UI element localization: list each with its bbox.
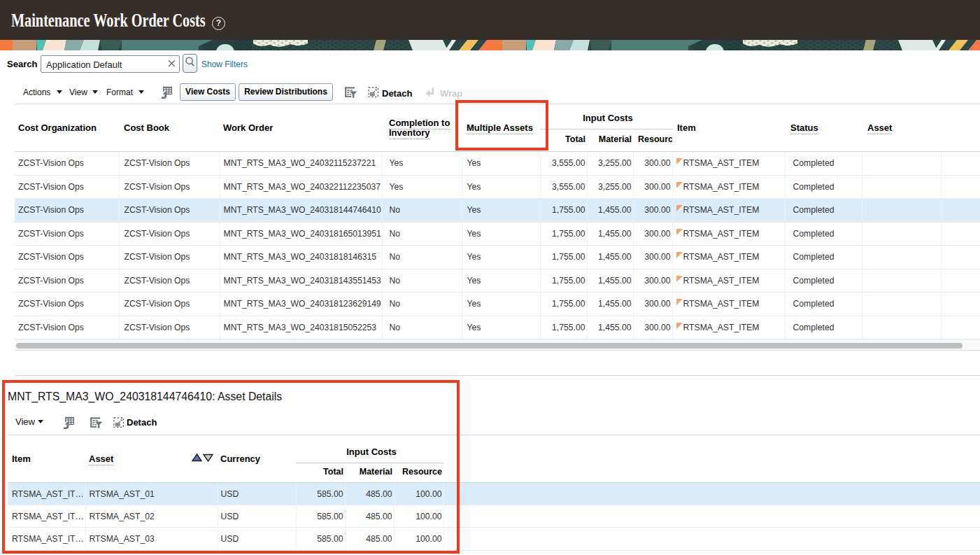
col-header-completion-to-inventory[interactable]: Completion to Inventory (382, 104, 462, 152)
detach-label[interactable]: Detach (382, 88, 412, 99)
asset-detail-row[interactable]: RTSMA_AST_ITEMRTSMA_AST_02USD585.00485.0… (8, 505, 980, 528)
cell-status: Completed (785, 199, 862, 223)
work-order-row[interactable]: ZCST-Vision OpsZCST-Vision OpsMNT_RTS_MA… (15, 269, 980, 293)
col-header-cost-book[interactable]: Cost Book (119, 104, 220, 152)
cell-cost_organization: ZCST-Vision Ops (15, 316, 119, 339)
cell-total: 585.00 (296, 483, 345, 505)
cell-completion_to_inventory: No (382, 293, 462, 316)
section-splitter (15, 375, 980, 376)
cell-currency: USD (218, 483, 296, 505)
cell-completion_to_inventory: No (382, 316, 462, 339)
cell-filler (941, 175, 980, 199)
view-costs-button[interactable]: View Costs (180, 83, 236, 101)
cell-cost_book: ZCST-Vision Ops (119, 269, 220, 293)
detail-col-header-asset[interactable]: Asset (85, 435, 218, 483)
show-filters-link[interactable]: Show Filters (201, 59, 248, 69)
detail-col-header-currency[interactable]: Currency (218, 435, 296, 483)
detail-detach-label[interactable]: Detach (127, 417, 157, 428)
help-icon[interactable]: ? (212, 17, 225, 30)
col-group-input-costs: Input Costs (540, 104, 672, 129)
cell-multiple_assets: Yes (462, 246, 540, 269)
cell-total: 1,755.00 (540, 199, 587, 223)
sort-ascending-icon[interactable] (192, 454, 201, 461)
format-menu[interactable]: Format (106, 87, 133, 97)
col-header-total[interactable]: Total (540, 129, 587, 152)
work-order-row[interactable]: ZCST-Vision OpsZCST-Vision OpsMNT_RTS_MA… (15, 175, 980, 199)
work-order-row[interactable]: ZCST-Vision OpsZCST-Vision OpsMNT_RTS_MA… (15, 222, 980, 246)
cell-asset: RTSMA_AST_02 (85, 505, 218, 528)
cell-multiple_assets: Yes (462, 269, 540, 293)
horizontal-scrollbar[interactable] (15, 339, 980, 351)
cell-status: Completed (785, 246, 862, 269)
col-header-resource[interactable]: Resource (633, 129, 672, 152)
cell-completion_to_inventory: Yes (382, 175, 462, 199)
detail-col-group-input-costs: Input Costs (296, 435, 443, 463)
work-order-row[interactable]: ZCST-Vision OpsZCST-Vision OpsMNT_RTS_MA… (15, 199, 980, 223)
cell-material: 485.00 (345, 505, 394, 528)
cell-resource: 100.00 (394, 505, 443, 528)
cell-asset: RTSMA_AST_01 (85, 483, 218, 505)
item-flag-icon (676, 276, 683, 282)
detach-icon[interactable] (368, 87, 379, 98)
clear-search-icon[interactable] (166, 58, 177, 69)
detail-detach-icon[interactable] (113, 417, 125, 428)
detail-col-header-total[interactable]: Total (296, 463, 345, 483)
cell-currency: USD (218, 528, 296, 551)
col-header-material[interactable]: Material (587, 129, 633, 152)
cell-item: RTSMA_AST_ITEM (672, 246, 785, 269)
cell-status: Completed (785, 293, 862, 316)
detail-col-header-item[interactable]: Item (8, 435, 85, 483)
col-header-multiple-assets[interactable]: Multiple Assets (462, 104, 540, 152)
col-header-cost-organization[interactable]: Cost Organization (15, 104, 119, 152)
cell-filler (941, 222, 980, 246)
cell-currency: USD (218, 505, 296, 528)
cell-completion_to_inventory: No (382, 199, 462, 223)
col-header-filler (941, 104, 980, 152)
cell-completion_to_inventory: No (382, 269, 462, 293)
detail-view-menu[interactable]: View (15, 416, 35, 427)
cell-total: 585.00 (296, 505, 345, 528)
work-order-row[interactable]: ZCST-Vision OpsZCST-Vision OpsMNT_RTS_MA… (15, 152, 980, 176)
actions-menu[interactable]: Actions (23, 87, 50, 97)
cell-material: 1,455.00 (587, 222, 633, 246)
work-order-row[interactable]: ZCST-Vision OpsZCST-Vision OpsMNT_RTS_MA… (15, 316, 980, 339)
col-header-work-order[interactable]: Work Order (220, 104, 382, 152)
wrap-icon (425, 87, 435, 97)
review-distributions-button[interactable]: Review Distributions (239, 83, 333, 101)
col-header-status[interactable]: Status (785, 104, 862, 152)
asset-detail-row[interactable]: RTSMA_AST_ITEMRTSMA_AST_03USD585.00485.0… (8, 528, 980, 551)
sort-icons[interactable] (192, 454, 213, 462)
cell-item: RTSMA_AST_ITEM (672, 199, 785, 223)
query-by-example-icon[interactable] (344, 86, 357, 99)
detail-query-by-example-icon[interactable] (90, 416, 103, 430)
cell-status: Completed (785, 175, 862, 199)
cell-cost_organization: ZCST-Vision Ops (15, 269, 119, 293)
cell-work_order: MNT_RTS_MA3_WO_240318144746410 (220, 199, 382, 223)
work-order-costs-table: Cost Organization Cost Book Work Order C… (15, 104, 980, 339)
cell-asset (862, 316, 941, 339)
cell-total: 1,755.00 (540, 269, 587, 293)
col-header-item[interactable]: Item (672, 104, 785, 152)
detail-col-header-material[interactable]: Material (345, 463, 394, 483)
view-menu[interactable]: View (69, 87, 87, 97)
work-order-row[interactable]: ZCST-Vision OpsZCST-Vision OpsMNT_RTS_MA… (15, 293, 980, 316)
decorative-banner (0, 40, 980, 50)
cell-completion_to_inventory: No (382, 246, 462, 269)
detail-export-to-excel-icon[interactable] (62, 416, 76, 430)
col-header-asset[interactable]: Asset (862, 104, 941, 152)
scrollbar-thumb[interactable] (16, 343, 963, 349)
detail-col-header-resource[interactable]: Resource (394, 463, 443, 483)
cell-item: RTSMA_AST_ITEM (672, 316, 785, 339)
cell-material: 1,455.00 (587, 293, 633, 316)
sort-descending-icon[interactable] (204, 455, 213, 462)
cell-cost_book: ZCST-Vision Ops (119, 175, 220, 199)
cell-status: Completed (785, 269, 862, 293)
cell-material: 1,455.00 (587, 269, 633, 293)
cell-material: 485.00 (345, 483, 394, 505)
cell-resource: 100.00 (394, 483, 443, 505)
cell-resource: 300.00 (633, 175, 672, 199)
search-button[interactable] (183, 54, 197, 73)
work-order-row[interactable]: ZCST-Vision OpsZCST-Vision OpsMNT_RTS_MA… (15, 246, 980, 269)
asset-detail-row[interactable]: RTSMA_AST_ITEMRTSMA_AST_01USD585.00485.0… (8, 483, 980, 505)
export-to-excel-icon[interactable] (159, 85, 173, 99)
